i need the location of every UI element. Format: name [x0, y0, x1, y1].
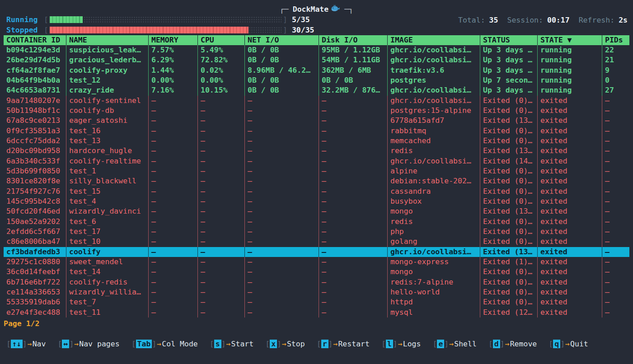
table-header-cell[interactable]: PIDs — [602, 35, 629, 45]
shortcut-item[interactable]: [x]→Stop — [265, 340, 305, 348]
table-header-cell[interactable]: Disk I/O — [319, 35, 388, 45]
cell-container-id: cf3bdafdedb3 — [4, 247, 66, 257]
cell-net-io: 8.96MB / 46.2… — [245, 65, 319, 75]
table-row[interactable]: 21754f927c76 test_15 — — — — cassandra E… — [4, 187, 629, 196]
table-row[interactable]: c86e8006ba47 test_10 — — — — golang Exit… — [4, 237, 629, 247]
table-row[interactable]: e27e4f3ec488 test_11 — — — — mysql Exite… — [4, 308, 629, 317]
cell-net-io: — — [245, 196, 319, 206]
shortcut-item[interactable]: [Tab]→Col Mode — [131, 340, 198, 348]
cell-image: mongo-express — [388, 257, 480, 267]
cell-disk-io: — — [319, 196, 388, 206]
table-row[interactable]: b094c1294e3d suspicious_leak… 7.57% 5.49… — [4, 45, 629, 55]
cell-state: running — [538, 45, 602, 55]
table-row[interactable]: 2efdd6c5f667 test_17 — — — — php Exited … — [4, 227, 629, 237]
shortcut-item[interactable]: [q]→Quit — [549, 340, 588, 348]
cell-disk-io: — — [319, 297, 388, 307]
key-bracket-open: [ — [210, 340, 214, 348]
cell-container-id: 26be29d74d5b — [4, 55, 66, 65]
shortcut-item[interactable]: [l]→Logs — [381, 340, 421, 348]
table-row[interactable]: 55335919dab6 test_7 — — — — httpd Exited… — [4, 297, 629, 307]
stopped-progress-fill — [50, 27, 249, 33]
cell-cpu: — — [198, 257, 245, 267]
cell-cpu: — — [198, 166, 245, 176]
shortcut-item[interactable]: [e]→Shell — [432, 340, 476, 348]
table-row[interactable]: 29275c1c0880 sweet_mendel — — — — mongo-… — [4, 257, 629, 267]
cell-state: exited — [538, 297, 602, 307]
cell-state: exited — [538, 287, 602, 297]
cell-image: alpine — [388, 166, 480, 176]
cell-status: Up 3 days … — [480, 55, 538, 65]
table-header-cell[interactable]: CPU — [198, 35, 245, 45]
cell-name: sweet_mendel — [66, 257, 149, 267]
arrow-icon: → — [398, 340, 403, 348]
key-bracket-close: ] — [23, 340, 27, 348]
shortcut-item[interactable]: [↑↓]→Nav — [6, 340, 46, 348]
cell-cpu: — — [198, 146, 245, 156]
table-row[interactable]: 50b11948bf1c coolify-db — — — — postgres… — [4, 106, 629, 116]
shortcut-key: l — [386, 340, 393, 348]
table-row[interactable]: 8301ce820f8e silly_blackwell — — — — deb… — [4, 176, 629, 186]
key-bracket-open: [ — [549, 340, 553, 348]
table-row[interactable]: 26be29d74d5b gracious_lederb… 6.29% 72.8… — [4, 55, 629, 65]
cell-memory: 7.57% — [149, 45, 198, 55]
cell-container-id: 6a3b340c533f — [4, 156, 66, 166]
shortcut-key: e — [437, 340, 444, 348]
arrow-icon: → — [505, 340, 510, 348]
table-row[interactable]: d20bc09bd958 hardcore_hugle — — — — redi… — [4, 146, 629, 156]
cell-pids: — — [602, 287, 629, 297]
table-row[interactable]: 0f9cf35851a3 test_16 — — — — rabbitmq Ex… — [4, 126, 629, 136]
shortcut-key: q — [553, 340, 560, 348]
table-row[interactable]: 04b64f9b4b0a test_12 0.00% 0.00% 0B / 0B… — [4, 75, 629, 85]
cell-container-id: d20bc09bd958 — [4, 146, 66, 156]
table-row[interactable]: 6a3b340c533f coolify-realtime — — — — gh… — [4, 156, 629, 166]
table-header-cell[interactable]: NAME — [66, 35, 149, 45]
stat-value: 35 — [489, 16, 498, 24]
shortcut-label: Shell — [454, 340, 477, 348]
cell-memory: — — [149, 176, 198, 186]
table-row[interactable]: 67a8c9ce0213 eager_satoshi — — — — 6778a… — [4, 116, 629, 126]
cell-cpu: — — [198, 116, 245, 126]
cell-cpu: — — [198, 308, 245, 317]
shortcut-item[interactable]: [↔]→Nav pages — [58, 340, 120, 348]
cell-cpu: — — [198, 287, 245, 297]
cell-pids: 21 — [602, 55, 629, 65]
cell-net-io: — — [245, 126, 319, 136]
cell-state: exited — [538, 257, 602, 267]
table-header-cell[interactable]: NET I/O — [245, 35, 319, 45]
shortcut-key: ↔ — [62, 340, 69, 348]
table-row[interactable]: 145c995b42c8 test_4 — — — — busybox Exit… — [4, 196, 629, 206]
cell-status: Exited (13… — [480, 247, 538, 257]
table-row[interactable]: 64c6653a8731 crazy_ride 7.16% 10.15% 0B … — [4, 85, 629, 95]
table-header-cell[interactable]: STATUS — [480, 35, 538, 45]
gauge-bracket-open: [ — [44, 15, 48, 24]
table-header-cell[interactable]: CONTAINER ID — [4, 35, 66, 45]
cell-net-io: — — [245, 116, 319, 126]
table-header-cell[interactable]: IMAGE — [388, 35, 480, 45]
stat-value: 00:17 — [547, 16, 570, 24]
table-row[interactable]: 6dccfc75dda2 test_13 — — — — memcached E… — [4, 136, 629, 146]
table-row[interactable]: 36c0d14feebf test_14 — — — — mongo Exite… — [4, 267, 629, 277]
cell-disk-io: — — [319, 136, 388, 146]
table-header-cell[interactable]: STATE ▼ — [538, 35, 602, 45]
table-row[interactable]: 5d3b699f0850 test_1 — — — — alpine Exite… — [4, 166, 629, 176]
key-bracket-close: ] — [277, 340, 281, 348]
cell-pids: — — [602, 146, 629, 156]
shortcut-label: Quit — [570, 340, 588, 348]
table-row[interactable]: 150ae52a9202 test_6 — — — — redis Exited… — [4, 217, 629, 227]
table-header-cell[interactable]: MEMORY — [149, 35, 198, 45]
cell-state: exited — [538, 176, 602, 186]
shortcut-item[interactable]: [s]→Start — [210, 340, 253, 348]
cell-name: test_7 — [66, 297, 149, 307]
running-label: Running — [6, 15, 44, 24]
table-row[interactable]: 9aa71480207e coolify-sentinel — — — — gh… — [4, 96, 629, 106]
table-row[interactable]: cf64a2f8fae7 coolify-proxy 1.44% 0.02% 8… — [4, 65, 629, 75]
table-row[interactable]: cf3bdafdedb3 coolify — — — — ghcr.io/coo… — [4, 247, 629, 257]
table-row[interactable]: ce114a336653 wizardly_willia… — — — — he… — [4, 287, 629, 297]
shortcut-item[interactable]: [d]→Remove — [488, 340, 537, 348]
cell-status: Exited (0)… — [480, 136, 538, 146]
cell-name: coolify-redis — [66, 277, 149, 287]
shortcut-item[interactable]: [r]→Restart — [317, 340, 370, 348]
table-row[interactable]: 6b716e6bf722 coolify-redis — — — — redis… — [4, 277, 629, 287]
cell-net-io: — — [245, 176, 319, 186]
table-row[interactable]: 50fcd20f46ed wizardly_davinci — — — — mo… — [4, 206, 629, 216]
